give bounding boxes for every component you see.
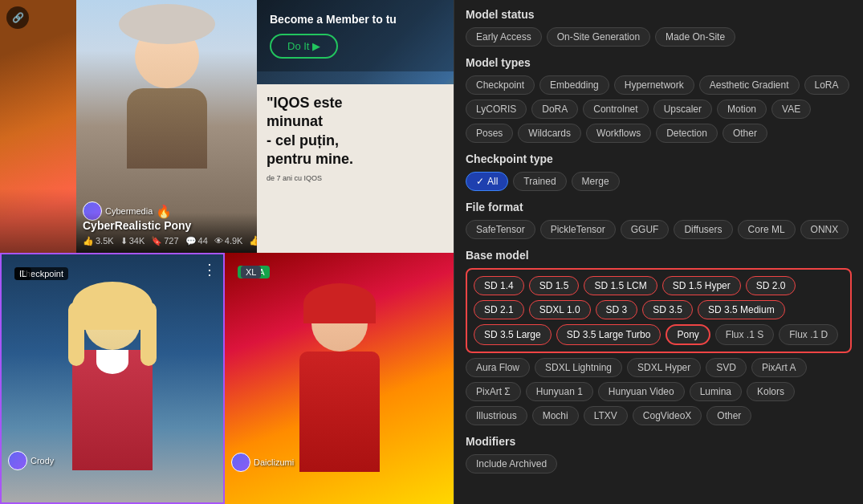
dora-btn[interactable]: DoRA	[531, 100, 578, 119]
gguf-btn[interactable]: GGUF	[621, 220, 670, 239]
base-model-extra: Aura Flow SDXL Lightning SDXL Hyper SVD …	[466, 358, 852, 425]
trained-btn[interactable]: Trained	[513, 172, 566, 191]
il-badge: IL	[14, 267, 31, 280]
checkpoint-btn[interactable]: Checkpoint	[466, 75, 535, 95]
ltxv-btn[interactable]: LTXV	[584, 406, 628, 425]
image-card-checkpoint[interactable]: Checkpoint IL ⋮ Crody	[0, 253, 225, 504]
motion-btn[interactable]: Motion	[717, 100, 767, 119]
aura-flow-btn[interactable]: Aura Flow	[466, 358, 530, 377]
sd-3-btn[interactable]: SD 3	[596, 300, 638, 319]
iqos-subtext: de 7 ani cu IQOS	[267, 174, 444, 182]
collar	[96, 350, 128, 374]
include-archived-btn[interactable]: Include Archived	[466, 454, 557, 474]
poses-btn[interactable]: Poses	[466, 124, 513, 143]
sd-35-btn[interactable]: SD 3.5	[642, 300, 693, 319]
cogvideox-btn[interactable]: CogVideoX	[633, 406, 702, 425]
pixart-a-btn[interactable]: PixArt A	[751, 358, 807, 377]
likes-count: 3.5K	[96, 236, 114, 246]
author-avatar-2	[8, 451, 27, 470]
view-icon: 👁	[214, 236, 223, 246]
check-icon: ✓	[476, 176, 484, 187]
base-model-row-2: SD 2.1 SDXL 1.0 SD 3 SD 3.5 SD 3.5 Mediu…	[474, 300, 844, 319]
model-status-buttons: Early Access On-Site Generation Made On-…	[466, 27, 852, 47]
ad-do-it-button[interactable]: Do It ▶	[270, 34, 338, 59]
merge-btn[interactable]: Merge	[572, 172, 620, 191]
sd-15-hyper-btn[interactable]: SD 1.5 Hyper	[662, 276, 741, 295]
base-model-row-1: SD 1.4 SD 1.5 SD 1.5 LCM SD 1.5 Hyper SD…	[474, 276, 844, 295]
flux1d-btn[interactable]: Flux .1 D	[779, 324, 838, 345]
diffusers-btn[interactable]: Diffusers	[674, 220, 732, 239]
checkpoint-type-title: Checkpoint type	[466, 152, 852, 165]
model-status-title: Model status	[466, 8, 852, 21]
workflows-btn[interactable]: Workflows	[586, 124, 651, 143]
flux1s-btn[interactable]: Flux .1 S	[715, 324, 774, 345]
lycoris-btn[interactable]: LyCORIS	[466, 100, 527, 119]
author-name-2: Crody	[31, 456, 54, 465]
aesthetic-gradient-btn[interactable]: Aesthetic Gradient	[699, 75, 800, 95]
image-card-ad: Become a Member to tu Do It ▶ "IQOS este…	[257, 0, 454, 253]
anime-face-2	[311, 295, 368, 352]
gradient-overlay	[0, 189, 76, 253]
image-card-cyber-pony[interactable]: Cybermedia 🔥 CyberRealistic Pony 👍 3.5K …	[76, 0, 257, 253]
sd-35-medium-btn[interactable]: SD 3.5 Medium	[698, 300, 785, 319]
ad-overlay: Become a Member to tu Do It ▶	[257, 0, 454, 71]
detection-btn[interactable]: Detection	[656, 124, 718, 143]
right-filter-panel: Model status Early Access On-Site Genera…	[454, 0, 863, 504]
ad-text: Become a Member to tu	[270, 13, 441, 26]
wildcards-btn[interactable]: Wildcards	[518, 124, 581, 143]
kolors-btn[interactable]: Kolors	[747, 382, 795, 401]
hunyuan1-btn[interactable]: Hunyuan 1	[526, 382, 593, 401]
sd-15-lcm-btn[interactable]: SD 1.5 LCM	[584, 276, 657, 295]
sd-21-btn[interactable]: SD 2.1	[474, 300, 524, 319]
illustrious-btn[interactable]: Illustrious	[466, 406, 527, 425]
sd-15-btn[interactable]: SD 1.5	[529, 276, 580, 295]
thumbs-up-icon: 👍	[83, 236, 94, 246]
on-site-generation-btn[interactable]: On-Site Generation	[547, 27, 650, 47]
image-card-lora[interactable]: LoRA XL Daiclizumi	[225, 253, 454, 504]
xl-badge: XL	[241, 266, 261, 278]
early-access-btn[interactable]: Early Access	[466, 27, 542, 47]
body	[127, 88, 207, 169]
hunyuan-video-btn[interactable]: Hunyuan Video	[598, 382, 685, 401]
all-checkpoint-btn[interactable]: ✓ All	[466, 172, 508, 191]
upscaler-btn[interactable]: Upscaler	[653, 100, 712, 119]
card-menu-button[interactable]: ⋮	[202, 261, 217, 278]
pony-btn[interactable]: Pony	[666, 324, 710, 345]
pickletensor-btn[interactable]: PickleTensor	[540, 220, 616, 239]
author-area-2: Crody	[8, 451, 54, 470]
other-type-btn[interactable]: Other	[723, 124, 767, 143]
embedding-btn[interactable]: Embedding	[539, 75, 609, 95]
sdxl-lightning-btn[interactable]: SDXL Lightning	[535, 358, 622, 377]
model-types-title: Model types	[466, 56, 852, 69]
lora-btn[interactable]: LoRA	[804, 75, 849, 95]
image-card-autumn[interactable]: 🔗	[0, 0, 76, 253]
sd-35-large-turbo-btn[interactable]: SD 3.5 Large Turbo	[556, 324, 661, 345]
vae-btn[interactable]: VAE	[771, 100, 811, 119]
hat	[119, 4, 215, 44]
sdxl-hyper-btn[interactable]: SDXL Hyper	[627, 358, 701, 377]
checkpoint-type-buttons: ✓ All Trained Merge	[466, 172, 852, 191]
pixart-sigma-btn[interactable]: PixArt Σ	[466, 382, 521, 401]
sd-20-btn[interactable]: SD 2.0	[746, 276, 796, 295]
onnx-btn[interactable]: ONNX	[800, 220, 849, 239]
lumina-btn[interactable]: Lumina	[690, 382, 742, 401]
other-base-btn[interactable]: Other	[706, 406, 751, 425]
safetensor-btn[interactable]: SafeTensor	[466, 220, 535, 239]
sdxl-10-btn[interactable]: SDXL 1.0	[529, 300, 591, 319]
core-ml-btn[interactable]: Core ML	[738, 220, 796, 239]
controlnet-btn[interactable]: Controlnet	[583, 100, 648, 119]
image-grid-bottom: Checkpoint IL ⋮ Crody	[0, 253, 454, 504]
author-name-3: Daiclizumi	[254, 457, 294, 467]
thumbs-up-filled: 👍	[249, 235, 257, 246]
big-likes: 👍 2.6K	[249, 235, 257, 246]
hypernetwork-btn[interactable]: Hypernetwork	[614, 75, 694, 95]
mochi-btn[interactable]: Mochi	[532, 406, 579, 425]
svd-btn[interactable]: SVD	[706, 358, 747, 377]
base-model-title: Base model	[466, 249, 852, 262]
made-on-site-btn[interactable]: Made On-Site	[655, 27, 735, 47]
sd-35-large-btn[interactable]: SD 3.5 Large	[474, 324, 552, 345]
sd-14-btn[interactable]: SD 1.4	[474, 276, 524, 295]
stat-comments: 💬 44	[185, 236, 208, 246]
modifiers-title: Modifiers	[466, 435, 852, 448]
bookmark-icon: 🔖	[151, 236, 162, 246]
